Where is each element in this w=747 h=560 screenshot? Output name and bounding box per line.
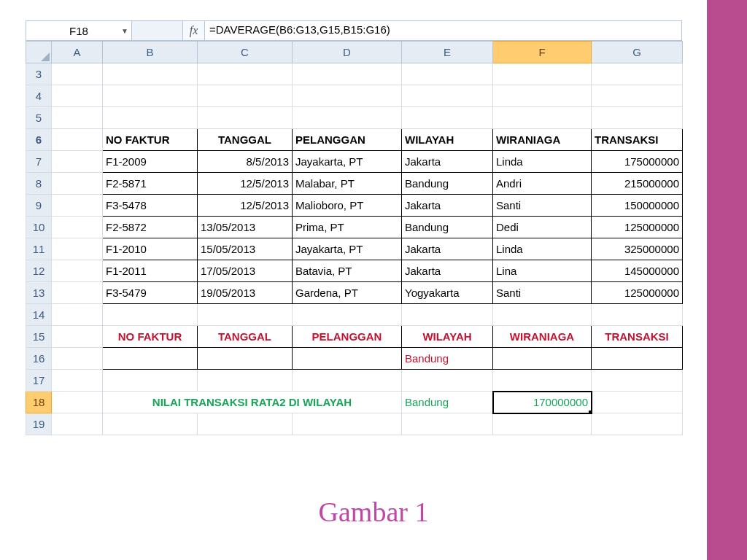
cell[interactable]: 145000000 xyxy=(592,260,683,282)
cell[interactable] xyxy=(293,85,402,107)
cell[interactable]: Prima, PT xyxy=(293,217,402,238)
criteria-cell[interactable] xyxy=(293,348,402,370)
cell[interactable] xyxy=(293,304,402,326)
cell[interactable]: 175000000 xyxy=(592,151,683,173)
cell[interactable]: 17/05/2013 xyxy=(198,260,293,282)
cell[interactable]: F1-2009 xyxy=(103,151,198,173)
cell[interactable]: Jakarta xyxy=(402,260,493,282)
cell[interactable]: 12/5/2013 xyxy=(198,195,293,217)
cell[interactable] xyxy=(402,370,493,392)
row-header[interactable]: 3 xyxy=(26,63,52,85)
data-header[interactable]: TRANSAKSI xyxy=(592,129,683,151)
col-header-B[interactable]: B xyxy=(103,42,198,63)
cell[interactable] xyxy=(103,63,198,85)
cell[interactable]: F2-5871 xyxy=(103,173,198,195)
cell[interactable]: Yogyakarta xyxy=(402,282,493,304)
cell[interactable]: Jakarta xyxy=(402,151,493,173)
cell[interactable] xyxy=(592,370,683,392)
criteria-header[interactable]: WIRANIAGA xyxy=(493,326,592,348)
formula-input[interactable]: =DAVERAGE(B6:G13,G15,B15:G16) xyxy=(205,21,681,40)
result-label[interactable]: NILAI TRANSAKSI RATA2 DI WILAYAH xyxy=(103,392,402,413)
cell[interactable] xyxy=(592,85,683,107)
cell[interactable]: Bandung xyxy=(402,173,493,195)
cell[interactable] xyxy=(493,63,592,85)
cell[interactable]: Jayakarta, PT xyxy=(293,238,402,260)
cell[interactable]: Jakarta xyxy=(402,195,493,217)
cell[interactable] xyxy=(52,282,103,304)
cell[interactable] xyxy=(103,107,198,129)
cell[interactable]: Batavia, PT xyxy=(293,260,402,282)
cell[interactable] xyxy=(592,413,683,435)
cell[interactable] xyxy=(52,195,103,217)
cell[interactable] xyxy=(592,107,683,129)
cell[interactable] xyxy=(52,85,103,107)
cell[interactable] xyxy=(103,413,198,435)
cell[interactable] xyxy=(52,348,103,370)
cell[interactable] xyxy=(103,85,198,107)
cell[interactable] xyxy=(293,413,402,435)
data-header[interactable]: TANGGAL xyxy=(198,129,293,151)
col-header-E[interactable]: E xyxy=(402,42,493,63)
spreadsheet-grid[interactable]: A B C D E F G 3 4 5 6 NO FAKTUR TANGGAL … xyxy=(26,41,683,435)
cell[interactable]: F3-5479 xyxy=(103,282,198,304)
cell[interactable]: Lina xyxy=(493,260,592,282)
criteria-cell-wilayah[interactable]: Bandung xyxy=(402,348,493,370)
cell[interactable]: Dedi xyxy=(493,217,592,238)
cell[interactable] xyxy=(493,85,592,107)
row-header[interactable]: 6 xyxy=(26,129,52,151)
cell[interactable] xyxy=(592,392,683,413)
cell[interactable] xyxy=(493,107,592,129)
cell[interactable]: 125000000 xyxy=(592,282,683,304)
cell[interactable] xyxy=(198,63,293,85)
cell[interactable]: Andri xyxy=(493,173,592,195)
cell[interactable] xyxy=(52,151,103,173)
cell[interactable] xyxy=(493,304,592,326)
row-header[interactable]: 18 xyxy=(26,392,52,413)
row-header[interactable]: 4 xyxy=(26,85,52,107)
row-header[interactable]: 5 xyxy=(26,107,52,129)
fx-icon[interactable]: fx xyxy=(183,21,205,40)
cell[interactable] xyxy=(103,304,198,326)
cell[interactable]: 215000000 xyxy=(592,173,683,195)
cell[interactable]: 15/05/2013 xyxy=(198,238,293,260)
cell[interactable]: Malioboro, PT xyxy=(293,195,402,217)
data-header[interactable]: NO FAKTUR xyxy=(103,129,198,151)
cell[interactable] xyxy=(493,370,592,392)
cell[interactable]: Santi xyxy=(493,195,592,217)
col-header-A[interactable]: A xyxy=(52,42,103,63)
cell[interactable] xyxy=(52,413,103,435)
cell[interactable] xyxy=(402,107,493,129)
criteria-header[interactable]: NO FAKTUR xyxy=(103,326,198,348)
row-header[interactable]: 12 xyxy=(26,260,52,282)
cell[interactable]: Jayakarta, PT xyxy=(293,151,402,173)
row-header[interactable]: 10 xyxy=(26,217,52,238)
col-header-G[interactable]: G xyxy=(592,42,683,63)
select-all-corner[interactable] xyxy=(26,42,52,63)
cell[interactable] xyxy=(592,304,683,326)
cell[interactable]: Jakarta xyxy=(402,238,493,260)
cell[interactable] xyxy=(493,413,592,435)
cell[interactable] xyxy=(52,173,103,195)
row-header[interactable]: 11 xyxy=(26,238,52,260)
cell[interactable]: 19/05/2013 xyxy=(198,282,293,304)
cell[interactable]: F1-2011 xyxy=(103,260,198,282)
cell[interactable]: Santi xyxy=(493,282,592,304)
row-header[interactable]: 9 xyxy=(26,195,52,217)
cell[interactable] xyxy=(198,304,293,326)
cell[interactable] xyxy=(198,85,293,107)
data-header[interactable]: PELANGGAN xyxy=(293,129,402,151)
row-header[interactable]: 19 xyxy=(26,413,52,435)
cell[interactable]: Malabar, PT xyxy=(293,173,402,195)
row-header[interactable]: 8 xyxy=(26,173,52,195)
cell[interactable] xyxy=(198,370,293,392)
cell[interactable] xyxy=(198,107,293,129)
cell[interactable] xyxy=(293,63,402,85)
result-wilayah[interactable]: Bandung xyxy=(402,392,493,413)
name-box[interactable]: F18 ▼ xyxy=(26,21,132,40)
row-header[interactable]: 17 xyxy=(26,370,52,392)
cell[interactable] xyxy=(52,304,103,326)
criteria-cell[interactable] xyxy=(493,348,592,370)
col-header-F[interactable]: F xyxy=(493,42,592,63)
cell[interactable] xyxy=(52,129,103,151)
cell[interactable]: 12/5/2013 xyxy=(198,173,293,195)
